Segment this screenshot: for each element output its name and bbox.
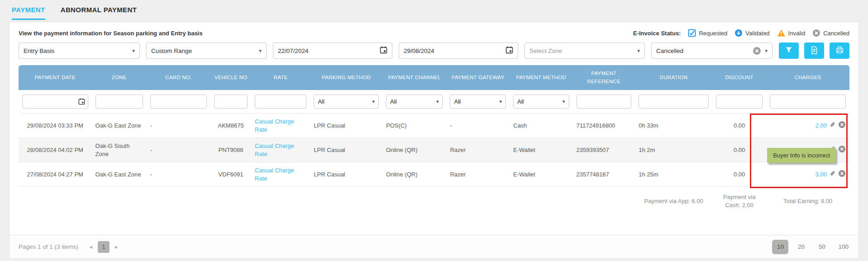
document-icon [811, 46, 818, 56]
page-number-button[interactable]: 1 [98, 241, 110, 253]
clear-selection-icon[interactable] [753, 47, 761, 55]
cell-parking-method: LPR Casual [310, 138, 382, 162]
payment-method-filter-select[interactable]: All▾ [513, 95, 569, 109]
print-button[interactable] [830, 43, 849, 59]
tab-payment[interactable]: PAYMENT [12, 6, 45, 20]
next-page-icon[interactable]: ▶ [112, 242, 121, 252]
cancel-circle-icon[interactable] [838, 121, 846, 131]
cell-duration: 1h 2m [635, 138, 712, 162]
page-size-100[interactable]: 100 [835, 240, 852, 254]
payment-gateway-filter-select[interactable]: All▾ [450, 95, 506, 109]
payment-reference-filter-input[interactable] [577, 95, 632, 109]
col-payment-gateway[interactable]: PAYMENT GATEWAY [446, 65, 510, 90]
export-button[interactable] [804, 43, 824, 59]
page-size-20[interactable]: 20 [793, 240, 809, 254]
charges-link[interactable]: 2.00 [816, 122, 827, 130]
legend-validated-label: Validated [745, 30, 769, 37]
cell-card-no: - [147, 114, 210, 138]
parking-method-filter-select[interactable]: All▾ [314, 95, 379, 109]
cell-duration: 1h 25m [635, 162, 712, 187]
page-size-50[interactable]: 50 [814, 240, 830, 254]
rate-link[interactable]: Casual Charge Rate [255, 118, 294, 133]
chevron-down-icon: ▾ [372, 98, 375, 105]
cancel-circle-icon[interactable] [838, 145, 846, 155]
attachment-icon[interactable] [829, 121, 836, 130]
tab-abnormal-payment[interactable]: ABNORMAL PAYMENT [61, 6, 137, 20]
cell-payment-method: E-Wallet [510, 138, 573, 162]
cell-payment-gateway: Razer [446, 162, 510, 187]
payment-date-filter[interactable] [22, 95, 88, 109]
payments-table: PAYMENT DATE ZONE CARD NO. VEHICLE NO RA… [19, 65, 849, 216]
col-payment-date[interactable]: PAYMENT DATE [19, 65, 92, 90]
payments-table-zone: PAYMENT DATE ZONE CARD NO. VEHICLE NO RA… [19, 65, 849, 216]
summary-payment-via-cash: Payment via Cash: 2.00 [712, 187, 766, 216]
col-rate[interactable]: RATE [251, 65, 310, 90]
col-payment-method[interactable]: PAYMENT METHOD [510, 65, 573, 90]
filter-button[interactable] [779, 43, 799, 59]
einvoice-status-legend: E-Invoice Status: Requested Validated In… [633, 29, 849, 37]
rate-link[interactable]: Casual Charge Rate [255, 167, 294, 182]
duration-filter-input[interactable] [639, 95, 709, 109]
zone-filter-input[interactable] [95, 95, 143, 109]
discount-filter-input[interactable] [716, 95, 763, 109]
panel-description: View the payment information for Season … [19, 30, 202, 37]
legend-invalid: Invalid [777, 29, 806, 37]
prev-page-icon[interactable]: ◀ [86, 242, 95, 252]
calendar-icon[interactable] [506, 46, 513, 55]
legend-cancelled-label: Cancelled [823, 30, 849, 37]
cancel-circle-icon[interactable] [838, 170, 846, 180]
summary-payment-via-app: Payment via App: 6.00 [635, 187, 712, 216]
cell-discount: 0.00 [712, 114, 766, 138]
cell-card-no: - [147, 138, 210, 162]
basis-select[interactable]: Entry Basis ▾ [19, 43, 140, 59]
table-header-row: PAYMENT DATE ZONE CARD NO. VEHICLE NO RA… [19, 65, 849, 90]
legend-invalid-label: Invalid [788, 30, 806, 37]
cell-payment-gateway: - [446, 114, 510, 138]
date-from-input[interactable]: 22/07/2024 [273, 43, 392, 59]
cell-payment-method: Cash [510, 114, 573, 138]
legend-cancelled: Cancelled [812, 29, 849, 37]
range-select[interactable]: Custom Range ▾ [146, 43, 267, 59]
rate-filter-input[interactable] [255, 95, 306, 109]
col-duration[interactable]: DURATION [635, 65, 712, 90]
calendar-icon[interactable] [380, 46, 387, 55]
date-to-input[interactable]: 29/08/2024 [399, 43, 518, 59]
charges-filter-input[interactable] [770, 95, 846, 109]
cell-zone: Oak-G South Zone [92, 138, 147, 162]
cell-parking-method: LPR Casual [310, 162, 382, 187]
col-parking-method[interactable]: PARKING METHOD [310, 65, 382, 90]
attachment-icon[interactable] [829, 170, 836, 179]
checkbox-checked-icon [688, 29, 696, 37]
charges-link[interactable]: 3.00 [816, 171, 827, 179]
buyer-info-tooltip: Buyer Info is incorrect [767, 148, 836, 163]
cell-vehicle-no: PNT9088 [210, 138, 251, 162]
col-charges[interactable]: CHARGES [766, 65, 849, 90]
cell-payment-reference: 711724916800 [573, 114, 635, 138]
payment-channel-filter-select[interactable]: All▾ [386, 95, 443, 109]
cell-discount: 0.00 [712, 138, 766, 162]
chevron-down-icon: ▾ [436, 98, 439, 105]
col-payment-reference[interactable]: PAYMENT REFERENCE [573, 65, 635, 90]
rate-link[interactable]: Casual Charge Rate [255, 142, 294, 157]
date-from-value: 22/07/2024 [278, 47, 380, 54]
page-size-group: 10 20 50 100 [772, 240, 852, 254]
col-zone[interactable]: ZONE [92, 65, 147, 90]
printer-icon [836, 46, 844, 55]
card-no-filter-input[interactable] [150, 95, 207, 109]
pagination-bar: Pages 1 of 1 (3 items) ◀ 1 ▶ 10 20 50 10… [10, 235, 858, 258]
vehicle-no-filter-input[interactable] [214, 95, 248, 109]
summary-total-earning: Total Earning: 8.00 [766, 187, 849, 216]
legend-requested-label: Requested [699, 30, 727, 37]
einvoice-status-select[interactable]: Cancelled ▾ [651, 43, 773, 59]
cell-duration: 0h 33m [635, 114, 712, 138]
col-card-no[interactable]: CARD NO. [147, 65, 210, 90]
einvoice-status-label: E-Invoice Status: [633, 30, 681, 37]
col-payment-channel[interactable]: PAYMENT CHANNEL [382, 65, 446, 90]
col-discount[interactable]: DISCOUNT [712, 65, 766, 90]
page-size-10[interactable]: 10 [772, 240, 788, 254]
zone-select-placeholder: Select Zone [529, 47, 634, 54]
zone-select[interactable]: Select Zone ▾ [525, 43, 645, 59]
payment-method-filter-value: All [517, 98, 559, 106]
col-vehicle-no[interactable]: VEHICLE NO [210, 65, 251, 90]
chevron-down-icon: ▾ [259, 48, 262, 54]
